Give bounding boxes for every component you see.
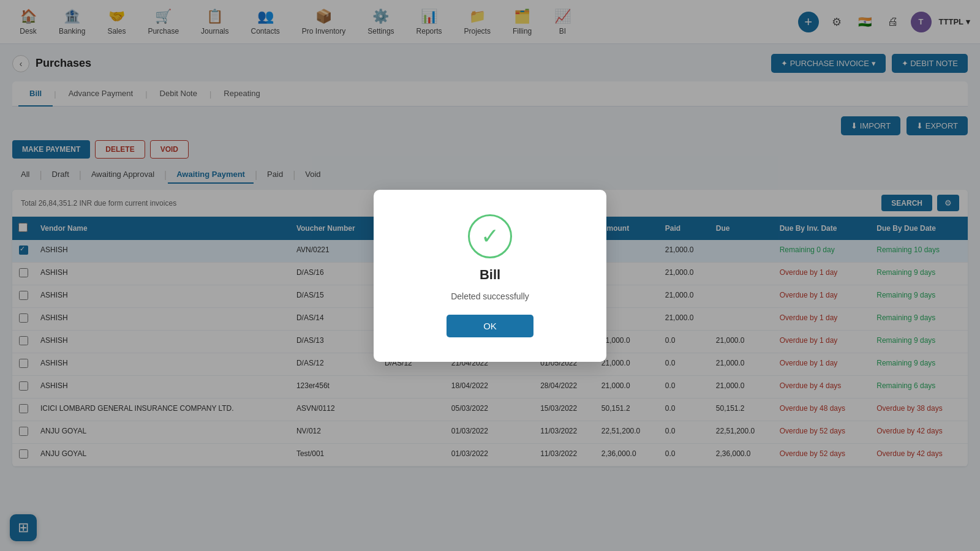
modal-title: Bill	[480, 267, 500, 283]
modal-box: ✓ Bill Deleted successfully OK	[374, 190, 606, 362]
modal-overlay: ✓ Bill Deleted successfully OK	[0, 0, 980, 551]
modal-message: Deleted successfully	[451, 291, 529, 301]
success-icon: ✓	[468, 214, 512, 258]
modal-ok-button[interactable]: OK	[447, 315, 533, 337]
